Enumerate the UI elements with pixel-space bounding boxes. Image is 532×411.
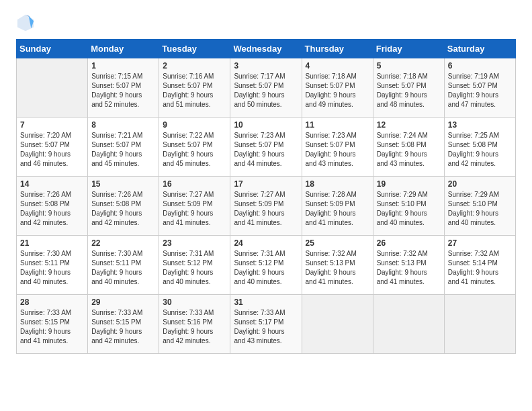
day-info: Sunrise: 7:22 AM Sunset: 5:07 PM Dayligh…: [163, 131, 226, 169]
day-info: Sunrise: 7:26 AM Sunset: 5:08 PM Dayligh…: [91, 190, 155, 228]
calendar-cell: [302, 295, 373, 354]
day-info: Sunrise: 7:16 AM Sunset: 5:07 PM Dayligh…: [163, 72, 226, 109]
header-day-saturday: Saturday: [444, 40, 515, 58]
week-row-2: 7Sunrise: 7:20 AM Sunset: 5:07 PM Daylig…: [17, 118, 516, 177]
calendar-cell: 15Sunrise: 7:26 AM Sunset: 5:08 PM Dayli…: [88, 177, 159, 236]
calendar-cell: 28Sunrise: 7:33 AM Sunset: 5:15 PM Dayli…: [17, 295, 88, 354]
day-number: 23: [163, 238, 226, 248]
day-info: Sunrise: 7:23 AM Sunset: 5:07 PM Dayligh…: [234, 131, 298, 169]
calendar-cell: 22Sunrise: 7:30 AM Sunset: 5:11 PM Dayli…: [88, 236, 159, 295]
day-info: Sunrise: 7:23 AM Sunset: 5:07 PM Dayligh…: [306, 131, 369, 169]
day-number: 25: [306, 238, 369, 248]
day-info: Sunrise: 7:33 AM Sunset: 5:15 PM Dayligh…: [91, 308, 155, 346]
calendar-cell: 29Sunrise: 7:33 AM Sunset: 5:15 PM Dayli…: [88, 295, 159, 354]
calendar-cell: 30Sunrise: 7:33 AM Sunset: 5:16 PM Dayli…: [159, 295, 230, 354]
day-info: Sunrise: 7:31 AM Sunset: 5:12 PM Dayligh…: [163, 249, 226, 287]
calendar-cell: [373, 295, 444, 354]
day-info: Sunrise: 7:28 AM Sunset: 5:09 PM Dayligh…: [306, 190, 369, 228]
day-info: Sunrise: 7:17 AM Sunset: 5:07 PM Dayligh…: [234, 72, 298, 109]
day-number: 27: [448, 238, 512, 248]
calendar-cell: 20Sunrise: 7:29 AM Sunset: 5:10 PM Dayli…: [444, 177, 515, 236]
page-header: [16, 13, 516, 32]
day-number: 13: [448, 120, 512, 130]
calendar-cell: 24Sunrise: 7:31 AM Sunset: 5:12 PM Dayli…: [230, 236, 302, 295]
header-row: SundayMondayTuesdayWednesdayThursdayFrid…: [17, 40, 516, 58]
calendar-table: SundayMondayTuesdayWednesdayThursdayFrid…: [16, 39, 516, 354]
day-info: Sunrise: 7:18 AM Sunset: 5:07 PM Dayligh…: [377, 72, 441, 109]
calendar-cell: 12Sunrise: 7:24 AM Sunset: 5:08 PM Dayli…: [373, 118, 444, 177]
day-info: Sunrise: 7:24 AM Sunset: 5:08 PM Dayligh…: [377, 131, 441, 169]
day-info: Sunrise: 7:19 AM Sunset: 5:07 PM Dayligh…: [448, 72, 512, 109]
day-number: 22: [91, 238, 155, 248]
day-number: 9: [163, 120, 226, 130]
day-info: Sunrise: 7:33 AM Sunset: 5:17 PM Dayligh…: [234, 308, 298, 346]
day-number: 24: [234, 238, 298, 248]
day-number: 17: [234, 179, 298, 189]
calendar-cell: 11Sunrise: 7:23 AM Sunset: 5:07 PM Dayli…: [302, 118, 373, 177]
day-number: 30: [163, 298, 226, 307]
day-number: 15: [91, 179, 155, 189]
day-info: Sunrise: 7:27 AM Sunset: 5:09 PM Dayligh…: [234, 190, 298, 228]
header-day-friday: Friday: [373, 40, 444, 58]
day-info: Sunrise: 7:30 AM Sunset: 5:11 PM Dayligh…: [20, 249, 84, 287]
day-number: 12: [377, 120, 441, 130]
calendar-cell: [444, 295, 515, 354]
calendar-cell: 5Sunrise: 7:18 AM Sunset: 5:07 PM Daylig…: [373, 58, 444, 118]
calendar-cell: 6Sunrise: 7:19 AM Sunset: 5:07 PM Daylig…: [444, 58, 515, 118]
calendar-header: SundayMondayTuesdayWednesdayThursdayFrid…: [17, 40, 516, 58]
day-info: Sunrise: 7:20 AM Sunset: 5:07 PM Dayligh…: [20, 131, 84, 169]
day-number: 16: [163, 179, 226, 189]
day-info: Sunrise: 7:32 AM Sunset: 5:14 PM Dayligh…: [448, 249, 512, 287]
calendar-cell: 16Sunrise: 7:27 AM Sunset: 5:09 PM Dayli…: [159, 177, 230, 236]
day-number: 1: [91, 61, 155, 71]
day-number: 7: [20, 120, 84, 130]
day-number: 19: [377, 179, 441, 189]
week-row-5: 28Sunrise: 7:33 AM Sunset: 5:15 PM Dayli…: [17, 295, 516, 354]
day-number: 10: [234, 120, 298, 130]
day-info: Sunrise: 7:32 AM Sunset: 5:13 PM Dayligh…: [377, 249, 441, 287]
day-info: Sunrise: 7:25 AM Sunset: 5:08 PM Dayligh…: [448, 131, 512, 169]
day-number: 26: [377, 238, 441, 248]
calendar-cell: 26Sunrise: 7:32 AM Sunset: 5:13 PM Dayli…: [373, 236, 444, 295]
week-row-3: 14Sunrise: 7:26 AM Sunset: 5:08 PM Dayli…: [17, 177, 516, 236]
header-day-wednesday: Wednesday: [230, 40, 302, 58]
day-info: Sunrise: 7:33 AM Sunset: 5:16 PM Dayligh…: [163, 308, 226, 346]
calendar-cell: 3Sunrise: 7:17 AM Sunset: 5:07 PM Daylig…: [230, 58, 302, 118]
calendar-cell: 9Sunrise: 7:22 AM Sunset: 5:07 PM Daylig…: [159, 118, 230, 177]
day-info: Sunrise: 7:29 AM Sunset: 5:10 PM Dayligh…: [377, 190, 441, 228]
calendar-cell: 7Sunrise: 7:20 AM Sunset: 5:07 PM Daylig…: [17, 118, 88, 177]
calendar-cell: 27Sunrise: 7:32 AM Sunset: 5:14 PM Dayli…: [444, 236, 515, 295]
day-number: 8: [91, 120, 155, 130]
week-row-4: 21Sunrise: 7:30 AM Sunset: 5:11 PM Dayli…: [17, 236, 516, 295]
calendar-cell: 17Sunrise: 7:27 AM Sunset: 5:09 PM Dayli…: [230, 177, 302, 236]
day-number: 31: [234, 298, 298, 307]
day-info: Sunrise: 7:26 AM Sunset: 5:08 PM Dayligh…: [20, 190, 84, 228]
day-info: Sunrise: 7:18 AM Sunset: 5:07 PM Dayligh…: [306, 72, 369, 109]
day-number: 20: [448, 179, 512, 189]
calendar-cell: 2Sunrise: 7:16 AM Sunset: 5:07 PM Daylig…: [159, 58, 230, 118]
header-day-monday: Monday: [88, 40, 159, 58]
calendar-cell: 4Sunrise: 7:18 AM Sunset: 5:07 PM Daylig…: [302, 58, 373, 118]
calendar-cell: 25Sunrise: 7:32 AM Sunset: 5:13 PM Dayli…: [302, 236, 373, 295]
calendar-cell: 14Sunrise: 7:26 AM Sunset: 5:08 PM Dayli…: [17, 177, 88, 236]
day-number: 14: [20, 179, 84, 189]
calendar-cell: 1Sunrise: 7:15 AM Sunset: 5:07 PM Daylig…: [88, 58, 159, 118]
calendar-cell: [17, 58, 88, 118]
calendar-cell: 8Sunrise: 7:21 AM Sunset: 5:07 PM Daylig…: [88, 118, 159, 177]
day-number: 21: [20, 238, 84, 248]
header-day-thursday: Thursday: [302, 40, 373, 58]
calendar-body: 1Sunrise: 7:15 AM Sunset: 5:07 PM Daylig…: [17, 58, 516, 354]
logo: [16, 13, 38, 32]
day-number: 2: [163, 61, 226, 71]
calendar-cell: 23Sunrise: 7:31 AM Sunset: 5:12 PM Dayli…: [159, 236, 230, 295]
calendar-cell: 10Sunrise: 7:23 AM Sunset: 5:07 PM Dayli…: [230, 118, 302, 177]
day-number: 28: [20, 298, 84, 307]
day-number: 6: [448, 61, 512, 71]
calendar-cell: 21Sunrise: 7:30 AM Sunset: 5:11 PM Dayli…: [17, 236, 88, 295]
calendar-cell: 13Sunrise: 7:25 AM Sunset: 5:08 PM Dayli…: [444, 118, 515, 177]
day-number: 3: [234, 61, 298, 71]
day-info: Sunrise: 7:31 AM Sunset: 5:12 PM Dayligh…: [234, 249, 298, 287]
day-info: Sunrise: 7:32 AM Sunset: 5:13 PM Dayligh…: [306, 249, 369, 287]
day-number: 4: [306, 61, 369, 71]
day-info: Sunrise: 7:27 AM Sunset: 5:09 PM Dayligh…: [163, 190, 226, 228]
